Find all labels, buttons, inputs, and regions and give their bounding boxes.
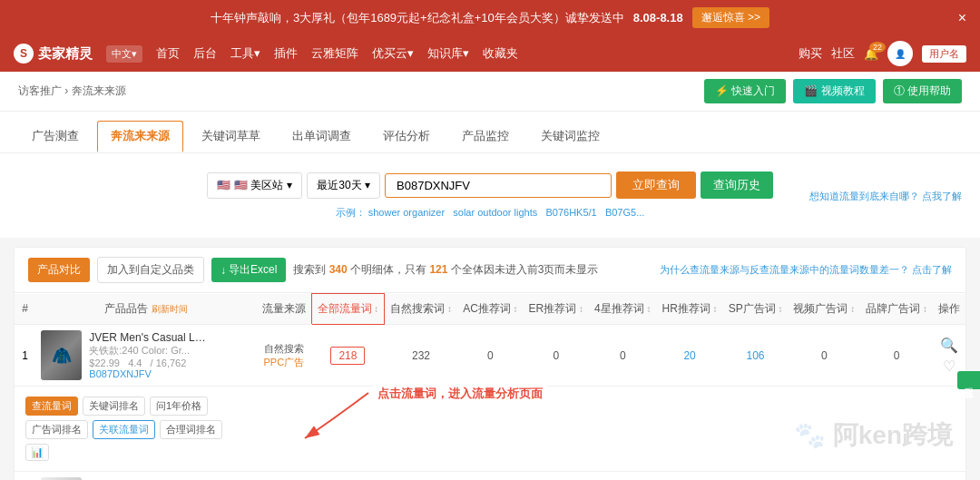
hr-kw-1: 20 (683, 349, 695, 362)
hint-item-4[interactable]: B07G5... (605, 207, 644, 218)
col-brand-kw[interactable]: 品牌广告词 (860, 294, 933, 325)
tab-ad-survey[interactable]: 广告测查 (18, 121, 93, 152)
row2-index: 2 (15, 472, 35, 481)
username-display: 用户名 (922, 45, 966, 63)
tag-ad-rank-1[interactable]: 广告词排名 (25, 420, 88, 439)
notification-bell[interactable]: 🔔 22 (864, 47, 878, 61)
tab-analysis[interactable]: 评估分析 (369, 121, 444, 152)
breadcrumb-path: 访客推广 › 奔流来来源 (18, 83, 126, 99)
row2-all-kw[interactable]: 183 (311, 472, 385, 481)
video-tutorial-button[interactable]: 🎬 视频教程 (793, 79, 875, 103)
row1-source: 自然搜索 PPC广告 (257, 325, 312, 387)
hint-item-3[interactable]: B076HK5/1 (545, 207, 596, 218)
col-er-kw[interactable]: ER推荐词 (524, 294, 589, 325)
right-hint-link[interactable]: 点我了解 (922, 190, 962, 201)
tab-keyword-monitor[interactable]: 关键词监控 (527, 121, 613, 152)
col-ac-kw[interactable]: AC推荐词 (457, 294, 523, 325)
product-asin-1[interactable]: B087DXNJFV (89, 368, 207, 379)
right-hint: 想知道流量到底来自哪？ 点我了解 (809, 189, 962, 202)
tag-related-1[interactable]: 关联流量词 (93, 420, 155, 439)
banner-cta-button[interactable]: 邂逅惊喜 >> (692, 7, 769, 28)
banner-text: 十年钟声敲响，3大厚礼（包年1689元起+纪念礼盒+10年会员大奖）诚挚发送中 (211, 10, 624, 26)
nav-right: 购买 社区 🔔 22 👤 用户名 (799, 41, 966, 66)
tag-reason-1[interactable]: 合理词排名 (160, 420, 222, 439)
tab-orders[interactable]: 出单词调查 (279, 121, 365, 152)
tag-price-1[interactable]: 问1年价格 (150, 397, 208, 416)
tab-product-monitor[interactable]: 产品监控 (448, 121, 523, 152)
row2-action: 🔍 ♡ (933, 472, 965, 481)
row1-hr-kw: 20 (657, 325, 723, 387)
notification-badge: 22 (869, 42, 886, 53)
tag-traffic-1[interactable]: 查流量词 (25, 397, 78, 416)
all-kw-value-1[interactable]: 218 (330, 347, 365, 365)
col-natural-kw[interactable]: 自然搜索词 (385, 294, 457, 325)
asin-search-input[interactable] (385, 173, 612, 198)
row1-video-kw: 0 (788, 325, 860, 387)
nav-item-knowledge[interactable]: 知识库▾ (427, 45, 469, 62)
tab-keywords[interactable]: 关键词草草 (188, 121, 274, 152)
language-selector[interactable]: 中文▾ (106, 45, 142, 63)
col-4star-kw[interactable]: 4星推荐词 (589, 294, 656, 325)
help-button[interactable]: ① 使用帮助 (883, 79, 962, 103)
nav-item-cloud[interactable]: 云雅矩阵 (311, 45, 358, 62)
chat-bubble[interactable]: 在线客服 (957, 371, 980, 389)
row1-natural-kw: 232 (385, 325, 457, 387)
row1-tags: 查流量词 关键词排名 问1年价格 广告词排名 关联流量词 合理词排名 📊 (20, 392, 251, 465)
nav-item-favorites[interactable]: 收藏夹 (483, 45, 518, 62)
hint-item-2[interactable]: solar outdoor lights (453, 207, 537, 218)
total-count: 340 (329, 263, 348, 276)
days-selector[interactable]: 最近30天 ▾ (307, 172, 380, 199)
row2-hr-kw: 10 (657, 472, 723, 481)
tag-kw-rank-1[interactable]: 关键词排名 (83, 397, 145, 416)
natural-kw-1: 232 (412, 349, 430, 362)
sp-kw-1: 106 (747, 349, 765, 362)
logo-icon: S (14, 44, 34, 64)
brand-kw-1: 0 (894, 349, 900, 362)
row1-product: 🧥 JVER Men's Casual Lo... 夹铁款:240 Color:… (35, 325, 256, 387)
nav-community[interactable]: 社区 (831, 45, 855, 62)
col-all-kw[interactable]: 全部流量词 (311, 294, 385, 325)
shown-count: 121 (429, 263, 447, 276)
quick-start-button[interactable]: ⚡ 快速入门 (704, 79, 786, 103)
source-ppc-1: PPC广告 (262, 356, 307, 369)
source-natural-1: 自然搜索 (262, 342, 307, 356)
row2-4star-kw: 0 (589, 472, 656, 481)
table-container: # 产品品告 刷新时间 流量来源 全部流量词 自然搜索词 AC推荐词 ER推荐词… (15, 293, 965, 480)
col-hr-kw[interactable]: HR推荐词 (657, 294, 723, 325)
hint-item-1[interactable]: shower organizer (368, 207, 445, 218)
heart-action-icon-1[interactable]: ♡ (943, 358, 956, 375)
nav-buy[interactable]: 购买 (799, 45, 822, 62)
row1-all-kw[interactable]: 218 (311, 325, 385, 387)
history-button[interactable]: 查询历史 (701, 171, 773, 199)
row2-product: 🧥 JVER Men's Casual Lo... 全体款:240 Color:… (35, 472, 256, 481)
col-product: 产品品告 刷新时间 (35, 294, 256, 325)
nav-item-home[interactable]: 首页 (156, 45, 180, 62)
row1-4star-kw: 0 (589, 325, 656, 387)
row1-er-kw: 0 (524, 325, 589, 387)
product-compare-button[interactable]: 产品对比 (28, 258, 90, 282)
col-source: 流量来源 (257, 294, 312, 325)
tab-traffic-source[interactable]: 奔流来来源 (97, 121, 183, 152)
row2-er-kw: 0 (524, 472, 589, 481)
col-video-kw[interactable]: 视频广告词 (788, 294, 860, 325)
banner-close-button[interactable]: × (958, 10, 966, 26)
user-avatar[interactable]: 👤 (887, 41, 913, 66)
market-selector[interactable]: 🇺🇸 🇺🇸 美区站 ▾ (207, 172, 302, 199)
query-button[interactable]: 立即查询 (616, 171, 696, 199)
search-action-icon-1[interactable]: 🔍 (940, 337, 958, 354)
search-hint: 示例： shower organizer solar outdoor light… (18, 206, 962, 220)
col-sp-kw[interactable]: SP广告词 (723, 294, 789, 325)
nav-item-tools[interactable]: 工具▾ (230, 45, 260, 62)
nav-item-backend[interactable]: 后台 (193, 45, 217, 62)
row1-index: 1 (15, 325, 35, 387)
main-tabs: 广告测查 奔流来来源 关键词草草 出单词调查 评估分析 产品监控 关键词监控 (0, 112, 980, 153)
nav-item-youmai[interactable]: 优买云▾ (372, 45, 414, 62)
nav-item-plugin[interactable]: 插件 (274, 45, 298, 62)
tag-chart-1[interactable]: 📊 (25, 444, 49, 461)
row1-tags-cell: 查流量词 关键词排名 问1年价格 广告词排名 关联流量词 合理词排名 📊 (15, 387, 257, 472)
custom-category-button[interactable]: 加入到自定义品类 (97, 257, 204, 283)
export-button[interactable]: ↓ 导出Excel (211, 258, 286, 282)
breadcrumb-buttons: ⚡ 快速入门 🎬 视频教程 ① 使用帮助 (704, 79, 962, 103)
why-link: 为什么查流量来源与反查流量来源中的流量词数量差一？ 点击了解 (660, 263, 952, 277)
product-image-1: 🧥 (41, 330, 82, 380)
